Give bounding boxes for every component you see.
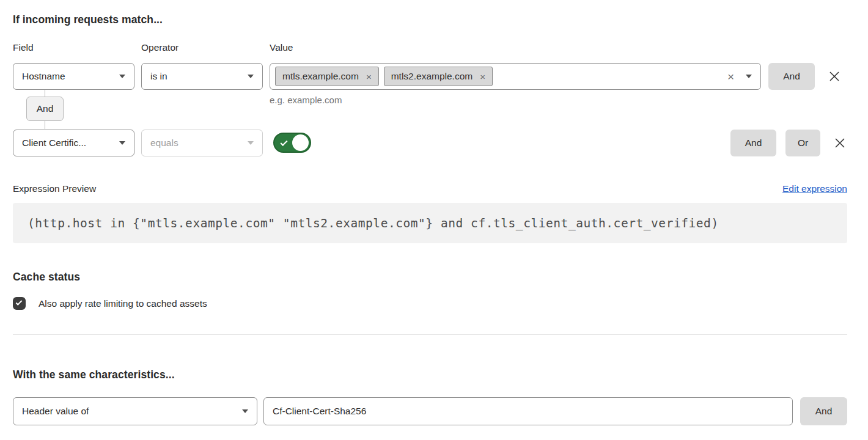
operator-select-1-value: is in xyxy=(150,71,167,82)
expression-code: (http.host in {"mtls.example.com" "mtls2… xyxy=(28,216,719,230)
delete-condition-button-2[interactable] xyxy=(833,130,847,156)
header-name-input[interactable] xyxy=(263,397,793,425)
value-tag: mtls2.example.com × xyxy=(384,67,493,86)
operator-column-label: Operator xyxy=(141,43,270,53)
close-icon xyxy=(827,69,842,84)
condition-connector: And xyxy=(26,90,64,129)
chevron-down-icon xyxy=(248,141,254,145)
characteristics-row: Header value of And xyxy=(13,397,847,425)
expression-preview-label: Expression Preview xyxy=(13,183,96,194)
chevron-down-icon xyxy=(242,409,248,413)
match-section-title: If incoming requests match... xyxy=(13,13,847,26)
field-select-2[interactable]: Client Certific... xyxy=(13,130,134,156)
clear-values-icon[interactable]: × xyxy=(727,71,734,82)
expression-preview-box: (http.host in {"mtls.example.com" "mtls2… xyxy=(13,203,847,243)
field-column-label: Field xyxy=(13,43,141,53)
condition-row-1: Hostname is in mtls.example.com × mtls2.… xyxy=(13,63,847,105)
field-select-1[interactable]: Hostname xyxy=(13,63,134,90)
check-icon xyxy=(280,139,287,146)
value-column-label: Value xyxy=(270,43,293,53)
toggle-knob xyxy=(292,134,309,151)
operator-select-1[interactable]: is in xyxy=(141,63,263,90)
field-select-1-value: Hostname xyxy=(22,71,65,82)
value-tag-label: mtls.example.com xyxy=(282,71,359,82)
add-characteristic-button[interactable]: And xyxy=(800,397,847,425)
value-tag: mtls.example.com × xyxy=(275,67,379,86)
delete-condition-button-1[interactable] xyxy=(827,63,842,90)
field-select-2-value: Client Certific... xyxy=(22,138,86,148)
chevron-down-icon xyxy=(119,141,125,145)
cached-assets-checkbox-label: Also apply rate limiting to cached asset… xyxy=(39,298,207,309)
edit-expression-link[interactable]: Edit expression xyxy=(782,183,847,194)
cert-verified-toggle[interactable] xyxy=(273,133,311,153)
characteristics-title: With the same characteristics... xyxy=(13,369,847,381)
value-column: mtls.example.com × mtls2.example.com × ×… xyxy=(270,63,761,105)
chevron-down-icon xyxy=(119,75,125,78)
cache-status-title: Cache status xyxy=(13,271,847,284)
cached-assets-checkbox[interactable] xyxy=(13,297,26,310)
rule-builder-page: If incoming requests match... Field Oper… xyxy=(0,0,868,425)
value-hint: e.g. example.com xyxy=(270,95,761,105)
operator-select-2: equals xyxy=(141,130,263,156)
value-tag-label: mtls2.example.com xyxy=(391,71,473,82)
operator-select-2-value: equals xyxy=(150,138,178,148)
add-or-condition-button-2[interactable]: Or xyxy=(785,130,820,156)
connector-line xyxy=(45,121,45,129)
add-and-condition-button-1[interactable]: And xyxy=(768,63,815,90)
remove-tag-icon[interactable]: × xyxy=(366,72,372,81)
remove-tag-icon[interactable]: × xyxy=(480,72,485,81)
chevron-down-icon xyxy=(248,75,254,78)
section-divider xyxy=(13,334,847,335)
value-multiselect[interactable]: mtls.example.com × mtls2.example.com × × xyxy=(270,63,761,90)
connector-line xyxy=(45,90,45,97)
check-icon xyxy=(16,299,23,306)
chevron-down-icon[interactable] xyxy=(746,75,752,78)
characteristic-select[interactable]: Header value of xyxy=(13,397,257,425)
expression-header: Expression Preview Edit expression xyxy=(13,183,847,194)
characteristic-select-value: Header value of xyxy=(22,406,89,417)
add-and-condition-button-2[interactable]: And xyxy=(730,130,776,156)
column-labels: Field Operator Value xyxy=(13,43,847,53)
cache-checkbox-row: Also apply rate limiting to cached asset… xyxy=(13,297,847,310)
condition-row-2: Client Certific... equals And Or xyxy=(13,129,847,156)
connector-and-button[interactable]: And xyxy=(26,97,64,121)
close-icon xyxy=(833,136,847,150)
